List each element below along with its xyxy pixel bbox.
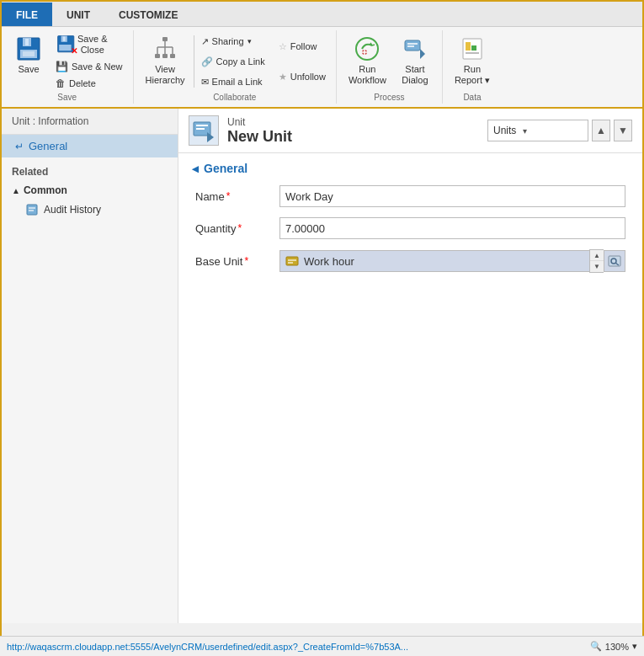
svg-rect-7 <box>63 37 65 42</box>
start-dialog-label: StartDialog <box>402 64 428 86</box>
run-report-label: RunReport ▾ <box>455 64 490 86</box>
save-new-icon: 💾 <box>56 61 68 72</box>
collaborate-group-content: ViewHierarchy ↗ Sharing ▾ 🔗 Copy a Link … <box>141 32 329 91</box>
units-dropdown-label: Units <box>493 125 516 136</box>
sidebar-general-label: General <box>29 140 67 152</box>
units-dropdown-row: Units ▾ ▲ ▼ <box>487 120 632 141</box>
tab-file[interactable]: FILE <box>2 3 52 26</box>
content-title-text: Unit New Unit <box>227 116 292 146</box>
common-label: Common <box>24 184 67 196</box>
svg-rect-25 <box>466 42 471 51</box>
status-zoom: 🔍 130% ▾ <box>590 641 637 652</box>
svg-rect-10 <box>155 54 160 58</box>
svg-rect-8 <box>59 45 71 51</box>
sharing-button[interactable]: ↗ Sharing ▾ <box>198 35 269 49</box>
base-unit-display[interactable]: Work hour <box>279 250 589 272</box>
svg-rect-9 <box>162 37 168 41</box>
base-unit-row: Base Unit * Work hour <box>195 249 625 273</box>
copy-link-label: Copy a Link <box>216 56 265 67</box>
nav-up-button[interactable]: ▲ <box>592 120 610 141</box>
zoom-dropdown-icon[interactable]: ▾ <box>632 641 637 652</box>
sidebar-item-audit-history[interactable]: Audit History <box>2 200 178 220</box>
svg-rect-27 <box>466 52 479 54</box>
audit-history-label: Audit History <box>44 204 101 216</box>
base-unit-icon <box>285 254 299 268</box>
svg-rect-12 <box>170 54 175 58</box>
quantity-label: Quantity * <box>195 222 279 235</box>
ribbon-group-save: Save ✕ Save &Close <box>2 30 134 104</box>
tab-unit[interactable]: UNIT <box>52 3 104 26</box>
content-title-sub: Unit <box>227 116 292 128</box>
copy-link-button[interactable]: 🔗 Copy a Link <box>198 55 269 69</box>
follow-group: ☆ Follow ★ Unfollow <box>275 32 329 91</box>
run-report-button[interactable]: RunReport ▾ <box>450 32 495 88</box>
email-link-button[interactable]: ✉ Email a Link <box>198 75 269 89</box>
unfollow-icon: ★ <box>279 72 287 83</box>
process-group-label: Process <box>374 91 404 102</box>
save-close-icon: ✕ <box>56 34 77 56</box>
run-report-icon <box>457 34 487 64</box>
hierarchy-icon <box>150 34 180 64</box>
save-group-content: Save ✕ Save &Close <box>8 32 126 91</box>
save-close-label: Save &Close <box>77 34 107 56</box>
ribbon-group-collaborate: ViewHierarchy ↗ Sharing ▾ 🔗 Copy a Link … <box>134 30 337 104</box>
save-close-button[interactable]: ✕ Save &Close <box>52 32 126 57</box>
zoom-level: 130% <box>605 642 629 652</box>
base-unit-label: Base Unit * <box>195 255 279 268</box>
save-new-button[interactable]: 💾 Save & New <box>52 59 126 74</box>
follow-label: Follow <box>290 41 317 51</box>
save-button[interactable]: Save <box>8 32 49 77</box>
nav-down-button[interactable]: ▼ <box>614 120 632 141</box>
start-dialog-button[interactable]: StartDialog <box>395 32 435 88</box>
divider-1 <box>194 35 194 88</box>
save-small-group: ✕ Save &Close 💾 Save & New 🗑 Delete <box>52 32 126 91</box>
name-input[interactable] <box>279 185 625 207</box>
general-arrow-icon: ↵ <box>15 141 24 152</box>
start-dialog-icon <box>400 34 430 64</box>
units-dropdown[interactable]: Units ▾ <box>487 120 588 141</box>
data-group-label: Data <box>463 91 481 102</box>
delete-label: Delete <box>69 78 96 88</box>
tab-customize[interactable]: CUSTOMIZE <box>104 3 192 26</box>
run-workflow-label: RunWorkflow <box>349 64 386 86</box>
share-group: ↗ Sharing ▾ 🔗 Copy a Link ✉ Email a Link <box>198 32 269 91</box>
quantity-input[interactable] <box>279 217 625 239</box>
svg-rect-35 <box>286 257 298 265</box>
delete-button[interactable]: 🗑 Delete <box>52 76 126 91</box>
dropdown-arrow-icon: ▾ <box>523 126 527 136</box>
run-workflow-button[interactable]: RunWorkflow <box>343 32 391 88</box>
process-group-content: RunWorkflow StartDialog <box>343 32 435 91</box>
status-bar: http://waqascrm.cloudapp.net:5555/Avelyn… <box>0 636 644 656</box>
ribbon-tabs: FILE UNIT CUSTOMIZE <box>2 2 642 27</box>
spinner-down-button[interactable]: ▼ <box>590 261 604 272</box>
sidebar-item-general[interactable]: ↵ General <box>2 135 178 157</box>
follow-icon: ☆ <box>279 41 287 52</box>
lookup-icon <box>608 255 621 267</box>
save-group-label: Save <box>57 91 77 102</box>
save-new-label: Save & New <box>72 61 123 72</box>
sharing-icon: ↗ <box>201 36 209 47</box>
base-unit-lookup-button[interactable] <box>604 250 625 272</box>
quantity-field <box>279 217 625 239</box>
content-title-main: New Unit <box>227 128 292 146</box>
follow-button[interactable]: ☆ Follow <box>275 40 329 54</box>
unfollow-button[interactable]: ★ Unfollow <box>275 70 329 84</box>
copy-link-icon: 🔗 <box>201 56 213 67</box>
section-triangle-icon: ◀ <box>192 164 199 173</box>
base-unit-required-star: * <box>244 255 248 267</box>
sharing-label: Sharing <box>212 36 244 46</box>
ribbon-group-process: RunWorkflow StartDialog Process <box>337 30 443 104</box>
delete-icon: 🗑 <box>56 77 66 89</box>
save-label: Save <box>18 64 39 75</box>
triangle-icon: ▲ <box>12 186 20 195</box>
base-unit-value: Work hour <box>304 255 354 268</box>
name-row: Name * <box>195 185 625 207</box>
base-unit-field: Work hour ▲ ▼ <box>279 249 625 273</box>
base-unit-spinner: ▲ ▼ <box>589 249 604 273</box>
ribbon-group-data: RunReport ▾ Data <box>443 30 502 104</box>
ribbon: Save ✕ Save &Close <box>2 27 642 109</box>
view-hierarchy-button[interactable]: ViewHierarchy <box>141 32 190 88</box>
email-link-label: Email a Link <box>212 77 263 87</box>
unfollow-label: Unfollow <box>290 72 326 82</box>
spinner-up-button[interactable]: ▲ <box>590 250 604 261</box>
